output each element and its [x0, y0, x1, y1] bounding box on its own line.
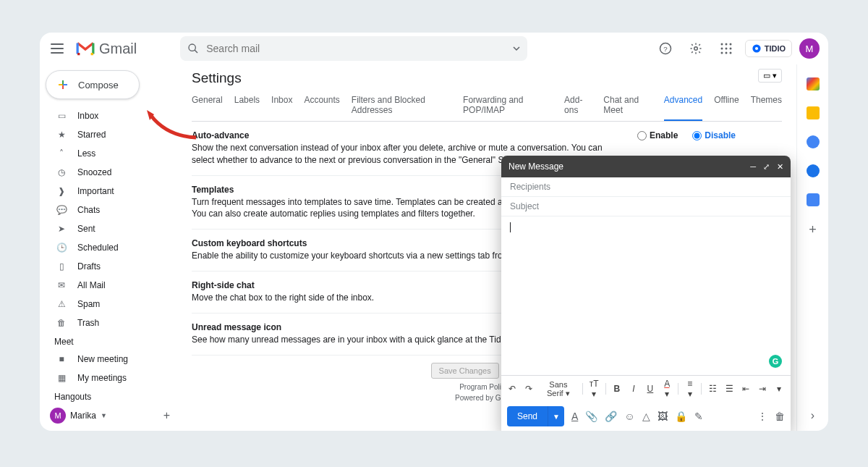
help-icon[interactable]: ?: [657, 40, 674, 57]
attach-icon[interactable]: 📎: [585, 411, 597, 422]
sidebar-item-sent[interactable]: ➤Sent: [40, 219, 177, 238]
discard-icon[interactable]: 🗑: [775, 411, 785, 422]
search-bar[interactable]: [180, 36, 527, 61]
more-format-icon[interactable]: ▾: [774, 384, 785, 394]
tab-labels[interactable]: Labels: [234, 91, 260, 121]
gmail-logo[interactable]: Gmail: [76, 41, 137, 57]
text-color-icon[interactable]: A ▾: [661, 379, 672, 399]
menu-icon[interactable]: [48, 40, 66, 57]
brand-text: Gmail: [99, 41, 137, 57]
sidebar-item-spam[interactable]: ⚠Spam: [40, 295, 177, 314]
contacts-icon[interactable]: [807, 164, 820, 177]
add-hangout-icon[interactable]: +: [163, 409, 170, 422]
link-icon[interactable]: 🔗: [605, 411, 617, 422]
language-selector[interactable]: ▭ ▾: [758, 69, 782, 83]
font-selector[interactable]: Sans Serif ▾: [540, 380, 576, 398]
align-icon[interactable]: ≡ ▾: [684, 379, 695, 399]
search-input[interactable]: [206, 43, 506, 54]
indent-more-icon[interactable]: ⇥: [757, 384, 768, 394]
numbered-list-icon[interactable]: ☷: [707, 384, 718, 394]
undo-icon[interactable]: ↶: [507, 384, 518, 394]
tab-themes[interactable]: Themes: [751, 91, 782, 121]
sidebar-item-snoozed[interactable]: ◷Snoozed: [40, 163, 177, 182]
svg-point-7: [729, 43, 731, 46]
chat-icon: 💬: [56, 204, 67, 216]
fullscreen-icon[interactable]: ⤢: [763, 162, 770, 172]
tasks-icon[interactable]: [807, 135, 820, 148]
compose-button[interactable]: Compose: [46, 70, 140, 99]
compose-header[interactable]: New Message ─ ⤢ ✕: [501, 156, 791, 177]
tidio-chip[interactable]: TIDIO: [745, 40, 792, 57]
sidebar-item-scheduled[interactable]: 🕒Scheduled: [40, 238, 177, 257]
tab-offline[interactable]: Offline: [714, 91, 739, 121]
redo-icon[interactable]: ↷: [524, 384, 535, 394]
sidebar-item-all-mail[interactable]: ✉All Mail: [40, 276, 177, 295]
inbox-icon: ▭: [56, 110, 67, 122]
keep-icon[interactable]: [807, 106, 820, 119]
svg-text:?: ?: [663, 45, 668, 53]
sidebar-item-trash[interactable]: 🗑Trash: [40, 314, 177, 332]
italic-icon[interactable]: I: [628, 384, 639, 394]
tab-forwarding-and-pop-imap[interactable]: Forwarding and POP/IMAP: [463, 91, 553, 121]
compose-window: New Message ─ ⤢ ✕ Recipients Subject G ↶…: [501, 156, 791, 431]
header: Gmail ? TIDIO M: [40, 33, 828, 64]
settings-icon[interactable]: [687, 40, 705, 57]
underline-icon[interactable]: U: [644, 384, 655, 394]
send-options-button[interactable]: ▼: [548, 406, 564, 426]
sidebar-item-inbox[interactable]: ▭Inbox: [40, 106, 177, 125]
compose-body[interactable]: G: [501, 216, 791, 375]
tab-general[interactable]: General: [192, 91, 223, 121]
send-button[interactable]: Send: [507, 406, 548, 426]
tab-inbox[interactable]: Inbox: [271, 91, 292, 121]
subject-field[interactable]: Subject: [501, 197, 791, 216]
mail-icon: ✉: [56, 279, 67, 291]
formatting-icon[interactable]: A: [571, 411, 578, 422]
sidebar-item-starred[interactable]: ★Starred: [40, 125, 177, 144]
svg-point-11: [720, 52, 723, 54]
disable-radio[interactable]: Disable: [692, 130, 736, 140]
font-size-icon[interactable]: тT ▾: [589, 379, 600, 399]
emoji-icon[interactable]: ☺: [624, 411, 634, 422]
tab-advanced[interactable]: Advanced: [664, 91, 702, 121]
meet-item-my-meetings[interactable]: ▦My meetings: [40, 369, 177, 387]
save-changes-button[interactable]: Save Changes: [431, 363, 499, 379]
sidebar-item-drafts[interactable]: ▯Drafts: [40, 257, 177, 276]
search-options-icon[interactable]: [513, 45, 520, 52]
sidebar-item-important[interactable]: ❱Important: [40, 182, 177, 201]
calendar-icon: ▦: [56, 372, 67, 384]
meet-item-new-meeting[interactable]: ■New meeting: [40, 350, 177, 369]
svg-point-4: [694, 47, 697, 51]
confidential-icon[interactable]: 🔒: [675, 411, 687, 422]
spam-icon: ⚠: [56, 298, 67, 310]
add-addon-icon[interactable]: +: [809, 222, 817, 237]
tab-accounts[interactable]: Accounts: [304, 91, 339, 121]
side-panel: + ›: [796, 64, 828, 431]
enable-radio[interactable]: Enable: [637, 130, 678, 140]
drive-icon[interactable]: △: [642, 411, 650, 422]
image-icon[interactable]: 🖼: [658, 411, 668, 422]
account-avatar[interactable]: M: [799, 38, 820, 59]
meet-rail-icon[interactable]: [807, 193, 820, 206]
sidebar-item-chats[interactable]: 💬Chats: [40, 201, 177, 219]
indent-less-icon[interactable]: ⇤: [741, 384, 752, 394]
recipients-field[interactable]: Recipients: [501, 177, 791, 197]
tab-add-ons[interactable]: Add-ons: [564, 91, 592, 121]
minimize-icon[interactable]: ─: [750, 162, 756, 172]
svg-point-5: [720, 43, 723, 46]
bullet-list-icon[interactable]: ☰: [724, 384, 735, 394]
video-icon: ■: [56, 353, 67, 365]
more-options-icon[interactable]: ⋮: [757, 411, 767, 422]
close-icon[interactable]: ✕: [777, 162, 783, 172]
bold-icon[interactable]: B: [611, 384, 622, 394]
grammarly-icon[interactable]: G: [769, 355, 782, 368]
calendar-icon[interactable]: [807, 77, 820, 91]
svg-point-13: [729, 52, 731, 54]
arrow-right-icon: ❱: [56, 185, 67, 197]
tab-chat-and-meet[interactable]: Chat and Meet: [603, 91, 652, 121]
sidebar-item-less[interactable]: ˄Less: [40, 144, 177, 163]
tab-filters-and-blocked-addresses[interactable]: Filters and Blocked Addresses: [352, 91, 451, 121]
hangouts-user[interactable]: M Marika ▼ +: [40, 405, 177, 426]
pen-icon[interactable]: ✎: [694, 411, 703, 422]
collapse-panel-icon[interactable]: ›: [811, 409, 814, 422]
apps-icon[interactable]: [718, 40, 735, 57]
